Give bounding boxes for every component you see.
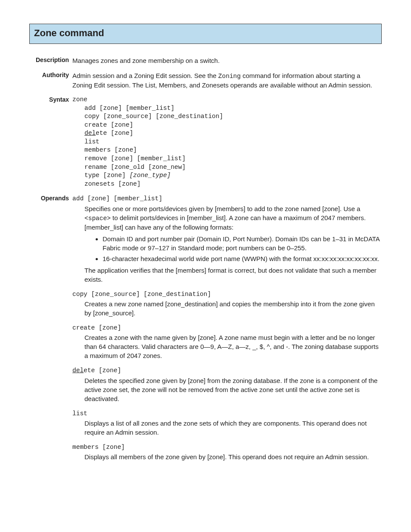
syntax-lines-pre: add [zone] [member_list] copy [zone_sour…	[84, 105, 223, 128]
delete-rest: ete [zone]	[84, 367, 121, 374]
syntax-lines-post: zonesets [zone]	[84, 180, 141, 187]
delete-ul: del	[72, 367, 84, 374]
operand-list: list Displays a list of all zones and th…	[72, 409, 382, 437]
syntax-body: zone add [zone] [member_list] copy [zone…	[72, 96, 382, 188]
title-bar: Zone command	[29, 24, 382, 44]
syntax-del-rest: ete [zone]	[96, 130, 133, 137]
operands-body: add [zone] [member_list] Specifies one o…	[72, 194, 382, 467]
add-bullets: Domain ID and port number pair (Domain I…	[84, 234, 382, 263]
add-bullet-2: 16-character hexadecimal world wide port…	[103, 254, 382, 263]
operand-create-head: create [zone]	[72, 324, 382, 332]
add-p1c: to delimit ports/devices in [member_list…	[84, 214, 366, 231]
operand-create: create [zone] Creates a zone with the na…	[72, 324, 382, 360]
operand-add: add [zone] [member_list] Specifies one o…	[72, 194, 382, 284]
authority-pre: Admin session and a Zoning Edit session.…	[72, 72, 218, 79]
add-bullet-1: Domain ID and port number pair (Domain I…	[103, 234, 382, 252]
description-label: Description	[29, 56, 72, 65]
add-p2: The application verifies that the [membe…	[84, 266, 382, 284]
description-text: Manages zones and zone membership on a s…	[72, 56, 382, 65]
operand-members: members [zone] Displays all members of t…	[72, 443, 382, 461]
page-title: Zone command	[34, 27, 377, 40]
operand-delete-desc: Deletes the specified zone given by [zon…	[72, 376, 382, 403]
operand-copy-head: copy [zone_source] [zone_destination]	[72, 290, 382, 299]
syntax-row: Syntax zone add [zone] [member_list] cop…	[29, 96, 382, 188]
operand-add-desc: Specifies one or more ports/devices give…	[72, 204, 382, 284]
syntax-lines-mid: list members [zone] remove [zone] [membe…	[84, 138, 186, 171]
operand-members-desc: Displays all members of the zone given b…	[72, 452, 382, 461]
authority-row: Authority Admin session and a Zoning Edi…	[29, 71, 382, 90]
syntax-type-pre: type [zone]	[84, 172, 129, 179]
operand-create-desc: Creates a zone with the name given by [z…	[72, 333, 382, 360]
syntax-keyword: zone	[72, 96, 87, 103]
add-p1b: <space>	[84, 215, 111, 222]
authority-text: Admin session and a Zoning Edit session.…	[72, 71, 382, 90]
operand-add-head: add [zone] [member_list]	[72, 194, 382, 203]
operand-delete: delete [zone] Deletes the specified zone…	[72, 366, 382, 403]
operand-delete-head: delete [zone]	[72, 366, 382, 375]
authority-cmd: Zoning	[218, 73, 241, 80]
operands-row: Operands add [zone] [member_list] Specif…	[29, 194, 382, 467]
operand-copy-desc: Creates a new zone named [zone_destinati…	[72, 299, 382, 317]
operand-list-head: list	[72, 409, 382, 418]
authority-label: Authority	[29, 71, 72, 90]
operand-copy: copy [zone_source] [zone_destination] Cr…	[72, 290, 382, 317]
syntax-del-ul: del	[84, 130, 96, 137]
operand-members-head: members [zone]	[72, 443, 382, 451]
operand-list-desc: Displays a list of all zones and the zon…	[72, 419, 382, 437]
description-row: Description Manages zones and zone membe…	[29, 56, 382, 65]
add-p1a: Specifies one or more ports/devices give…	[84, 205, 360, 212]
syntax-label: Syntax	[29, 96, 72, 188]
syntax-type-italic: [zone_type]	[129, 172, 171, 179]
operands-label: Operands	[29, 194, 72, 467]
